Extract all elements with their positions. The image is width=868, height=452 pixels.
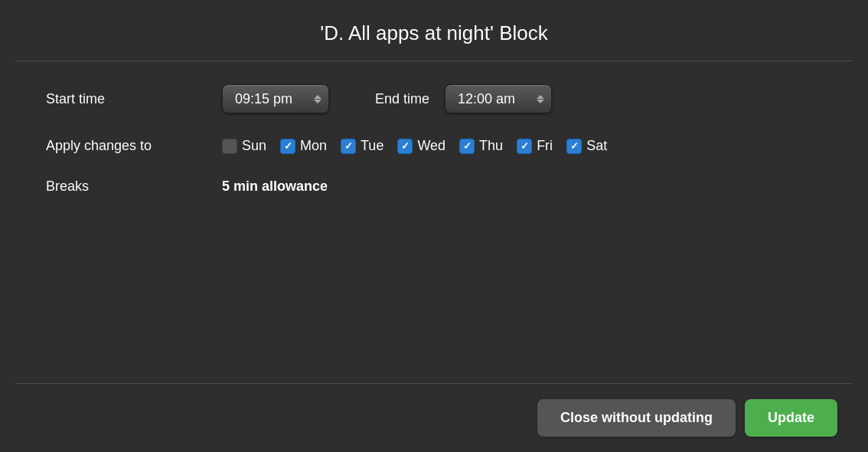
breaks-label: Breaks <box>46 179 222 195</box>
close-without-updating-button[interactable]: Close without updating <box>537 399 736 437</box>
day-item-tue[interactable]: Tue <box>341 138 383 154</box>
update-button[interactable]: Update <box>745 399 837 437</box>
start-time-wrapper: 09:00 pm 09:15 pm 09:30 pm 09:45 pm 10:0… <box>222 84 329 113</box>
checkbox-fri[interactable] <box>517 139 532 154</box>
apply-changes-label: Apply changes to <box>46 138 222 154</box>
day-label-sat: Sat <box>586 138 607 154</box>
checkbox-mon[interactable] <box>280 139 295 154</box>
day-item-fri[interactable]: Fri <box>517 138 553 154</box>
day-label-thu: Thu <box>479 138 503 154</box>
checkbox-sat[interactable] <box>566 139 582 154</box>
day-item-wed[interactable]: Wed <box>397 138 445 154</box>
footer: Close without updating Update <box>0 384 868 452</box>
day-item-sat[interactable]: Sat <box>566 138 607 154</box>
day-label-wed: Wed <box>417 138 445 154</box>
title-area: 'D. All apps at night' Block <box>0 0 868 61</box>
end-time-select[interactable]: 11:45 pm 12:00 am 12:15 am 12:30 am <box>445 84 552 113</box>
breaks-value: 5 min allowance <box>222 179 328 195</box>
days-group: Sun Mon Tue Wed Thu Fri <box>222 138 607 154</box>
day-label-sun: Sun <box>242 138 266 154</box>
breaks-row: Breaks 5 min allowance <box>46 179 822 195</box>
day-item-sun[interactable]: Sun <box>222 138 266 154</box>
checkbox-sun[interactable] <box>222 139 237 154</box>
day-item-thu[interactable]: Thu <box>459 138 503 154</box>
end-time-wrapper: 11:45 pm 12:00 am 12:15 am 12:30 am <box>445 84 552 113</box>
start-time-label: Start time <box>46 91 222 107</box>
apply-changes-row: Apply changes to Sun Mon Tue Wed Thu <box>46 138 822 154</box>
main-content: Start time 09:00 pm 09:15 pm 09:30 pm 09… <box>0 61 868 383</box>
day-label-mon: Mon <box>300 138 327 154</box>
checkbox-wed[interactable] <box>397 139 413 154</box>
day-label-fri: Fri <box>537 138 553 154</box>
checkbox-tue[interactable] <box>341 139 356 154</box>
time-row: Start time 09:00 pm 09:15 pm 09:30 pm 09… <box>46 84 822 113</box>
page-title: 'D. All apps at night' Block <box>31 21 837 45</box>
day-label-tue: Tue <box>361 138 383 154</box>
start-time-select[interactable]: 09:00 pm 09:15 pm 09:30 pm 09:45 pm 10:0… <box>222 84 329 113</box>
day-item-mon[interactable]: Mon <box>280 138 327 154</box>
end-time-section: End time 11:45 pm 12:00 am 12:15 am 12:3… <box>375 84 552 113</box>
end-time-label: End time <box>375 91 429 107</box>
start-time-section: 09:00 pm 09:15 pm 09:30 pm 09:45 pm 10:0… <box>222 84 329 113</box>
checkbox-thu[interactable] <box>459 139 475 154</box>
